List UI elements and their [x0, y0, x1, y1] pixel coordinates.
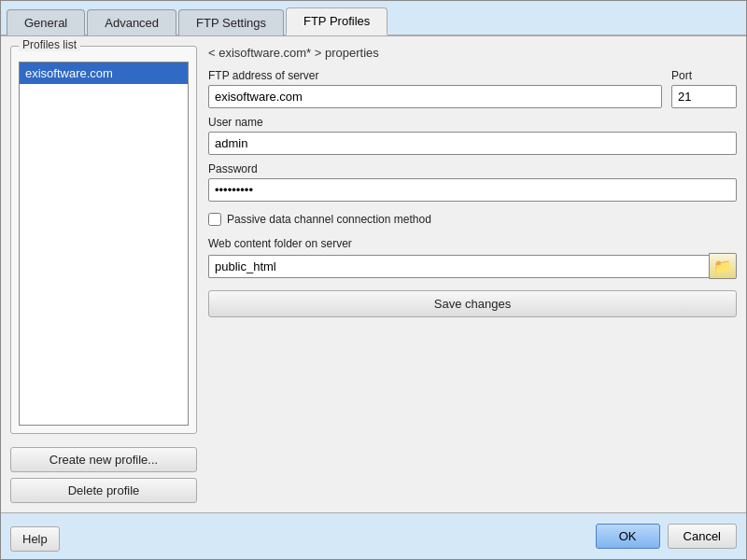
- browse-folder-button[interactable]: 📁: [709, 253, 737, 279]
- profiles-group: Profiles list exisoftware.com: [10, 46, 197, 434]
- delete-profile-button[interactable]: Delete profile: [10, 478, 197, 503]
- save-changes-row: Save changes: [208, 290, 737, 317]
- passive-checkbox[interactable]: [208, 213, 221, 226]
- port-label: Port: [671, 69, 737, 82]
- tab-general[interactable]: General: [7, 9, 85, 35]
- left-panel: Profiles list exisoftware.com Create new…: [10, 46, 197, 503]
- right-panel: < exisoftware.com* > properties FTP addr…: [208, 46, 737, 503]
- save-changes-button[interactable]: Save changes: [208, 290, 737, 317]
- username-group: User name: [208, 116, 737, 155]
- web-folder-group: Web content folder on server 📁: [208, 237, 737, 279]
- profiles-list[interactable]: exisoftware.com: [19, 62, 189, 426]
- tab-bar: General Advanced FTP Settings FTP Profil…: [1, 1, 746, 36]
- tab-ftp-settings[interactable]: FTP Settings: [178, 9, 284, 35]
- tab-advanced[interactable]: Advanced: [87, 9, 176, 35]
- port-input[interactable]: [671, 85, 737, 108]
- password-group: Password: [208, 162, 737, 202]
- folder-icon: 📁: [713, 258, 732, 275]
- username-label: User name: [208, 116, 737, 129]
- cancel-button[interactable]: Cancel: [668, 524, 737, 549]
- web-folder-input[interactable]: [208, 255, 709, 278]
- bottom-bar: Help OK Cancel: [1, 512, 746, 559]
- properties-title: < exisoftware.com* > properties: [208, 46, 737, 60]
- create-profile-button[interactable]: Create new profile...: [10, 447, 197, 472]
- profiles-group-title: Profiles list: [19, 38, 80, 51]
- username-input[interactable]: [208, 132, 737, 155]
- bottom-right-buttons: OK Cancel: [596, 524, 737, 549]
- profile-item[interactable]: exisoftware.com: [20, 63, 188, 84]
- web-folder-label: Web content folder on server: [208, 237, 737, 250]
- passive-row: Passive data channel connection method: [208, 213, 737, 226]
- password-label: Password: [208, 162, 737, 175]
- tab-ftp-profiles[interactable]: FTP Profiles: [286, 7, 388, 35]
- passive-label[interactable]: Passive data channel connection method: [227, 213, 431, 226]
- ftp-address-label: FTP address of server: [208, 69, 662, 82]
- main-window: General Advanced FTP Settings FTP Profil…: [0, 0, 747, 560]
- ftp-address-group: FTP address of server: [208, 69, 662, 108]
- port-group: Port: [671, 69, 737, 108]
- help-button[interactable]: Help: [10, 526, 60, 552]
- folder-row: 📁: [208, 253, 737, 279]
- ftp-address-row: FTP address of server Port: [208, 69, 737, 108]
- ftp-address-input[interactable]: [208, 85, 662, 108]
- ok-button[interactable]: OK: [596, 524, 660, 549]
- password-input[interactable]: [208, 178, 737, 202]
- main-content: Profiles list exisoftware.com Create new…: [1, 36, 746, 512]
